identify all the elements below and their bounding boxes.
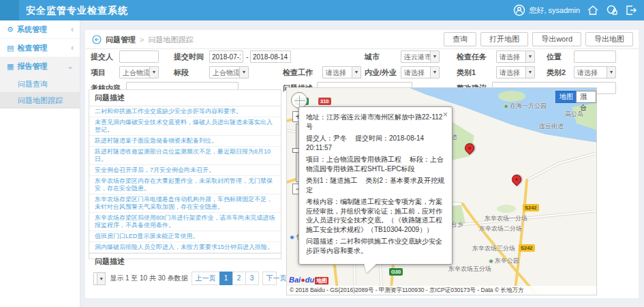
popup-project: 项目：上合物流园专用铁路工程 [306, 156, 401, 163]
position-input[interactable] [574, 50, 616, 63]
problem-list-header: 问题描述 [89, 90, 281, 106]
sidebar: ⚙系统管理 ‹ ▤检查管理 ‹ ▦报告管理 ⌄ 问题查询 问题地图跟踪 [0, 20, 80, 307]
home-icon[interactable] [587, 4, 599, 16]
map-label: 东辛农场二分场 [479, 224, 522, 233]
map-label: 东辛农场五分场 [448, 265, 491, 274]
in-out-select[interactable]: 请选择▼ [401, 66, 440, 78]
sidebar-item-system[interactable]: ⚙系统管理 ‹ [0, 20, 80, 39]
map-label: 在海一方公园 [504, 102, 547, 111]
query-button[interactable]: 查询 [444, 32, 476, 46]
cat2-select[interactable]: 请选择▼ [574, 66, 616, 78]
problem-link[interactable]: 跃进村隧道收敛监测部分点位监测频次不足，最近期日报为8月10日。 [89, 147, 281, 165]
popup-description: 问题描述：二衬和仰拱施工作业交底缺少安全步距等内容和要求。 [306, 237, 445, 255]
breadcrumb-section[interactable]: 问题管理 [106, 35, 136, 45]
app-header: 安全监管专业检查系统 您好, sysadmin [0, 0, 644, 20]
map-type-hybrid-button[interactable]: 混合 [576, 91, 596, 103]
user-greeting: 您好, sysadmin [513, 4, 580, 16]
greeting-text: 您好, sysadmin [529, 5, 580, 16]
problem-link[interactable]: 跃进村隧道掌子面应急储备物资未配备到位。 [89, 136, 281, 147]
sidebar-item-inspection[interactable]: ▤检查管理 ‹ [0, 39, 80, 57]
in-out-label: 内业/外业 [365, 66, 397, 78]
problem-list-footer: 问题描述 [89, 253, 281, 269]
section-select[interactable]: 上合物流▼ [209, 66, 249, 78]
sidebar-item-report[interactable]: ▦报告管理 ⌄ [0, 57, 80, 76]
sidebar-item-problem-map[interactable]: 问题地图跟踪 [0, 92, 80, 108]
chevron-down-icon: ⌄ [67, 57, 74, 76]
map-label: 东辛农场一分场 [485, 214, 527, 223]
problem-link[interactable]: 安全例会召开滞后，7月安全例会尚未召开。 [89, 165, 281, 176]
breadcrumb-separator: > [140, 35, 144, 44]
dropdown-arrow-icon: ▼ [97, 273, 105, 284]
problem-link[interactable]: 东辛农场存梁区拟使用80t门吊进行架梁作业，该吊车尚未完成进场报监程序，不具备使… [89, 213, 281, 231]
chevron-left-icon: ‹ [71, 39, 74, 57]
dropdown-arrow-icon: ▼ [430, 67, 439, 78]
popup-submitter: 提交人：尹冬 [306, 134, 347, 142]
popup-assessment: 考核内容：编制隧道工程安全专项方案，方案应经审批，并组织专家论证；施工前，应对作… [306, 197, 445, 234]
report-icon: ▦ [7, 62, 14, 70]
submitter-input[interactable] [119, 50, 159, 63]
sidebar-item-label: 检查管理 [17, 44, 47, 52]
work-select[interactable]: 请选择▼ [322, 66, 361, 78]
submit-time-label: 提交时间 [174, 50, 204, 63]
task-select[interactable]: 请选择▼ [496, 50, 535, 63]
project-label: 项目 [91, 66, 106, 78]
road-badge: G30 [389, 268, 403, 276]
road-badge: S242 [519, 244, 535, 252]
map-type-map-button[interactable]: 地图 [555, 91, 577, 103]
project-select[interactable]: 上合物流▼ [119, 66, 159, 78]
export-map-button[interactable]: 导出地图 [585, 32, 633, 46]
problem-list-panel: 问题描述 二衬和仰拱施工作业交底缺少安全步距等内容和要求。未查见洞内爆破安全技术… [89, 89, 281, 259]
pagination-bar: 10▼ 显示 1 至 10 共 30 条数据 上一页 123 下一页 [89, 269, 281, 287]
date-separator: - [246, 50, 249, 63]
page-root: { "colors": { "accent": "#41a0db", "pagi… [0, 0, 644, 307]
chevron-left-icon: ‹ [71, 20, 74, 39]
date-from-input[interactable] [209, 50, 243, 63]
map-label: 东辛公园 [489, 257, 519, 265]
problem-link[interactable]: 二衬和仰拱施工作业交底缺少安全步距等内容和要求。 [89, 106, 281, 117]
dropdown-arrow-icon: ▼ [149, 67, 158, 78]
section-label: 标段 [174, 66, 189, 78]
map-info-popup: × 地址：江苏省连云港市海州区解放中路22-112号 提交人：尹冬提交时间：20… [298, 106, 453, 265]
breadcrumb-page: 问题地图跟踪 [148, 35, 193, 45]
sidebar-item-problem-query[interactable]: 问题查询 [0, 76, 80, 92]
city-label: 城市 [365, 50, 380, 63]
open-map-button[interactable]: 打开地图 [480, 32, 528, 46]
work-label: 检查工作 [283, 66, 313, 78]
page-button[interactable]: 3 [245, 272, 259, 285]
date-to-input[interactable] [250, 50, 291, 63]
cat1-select[interactable]: 请选择▼ [496, 66, 535, 78]
close-icon[interactable]: × [443, 109, 448, 120]
problem-link[interactable]: 值班房门口LED显示屏未能正常使用。 [89, 231, 281, 242]
page-button[interactable]: 1 [219, 272, 233, 285]
gear-icon: ⚙ [7, 25, 14, 33]
road-badge: S242 [523, 204, 539, 211]
sidebar-item-label: 系统管理 [17, 25, 47, 33]
document-icon: ▤ [7, 44, 14, 52]
dropdown-arrow-icon: ▼ [525, 67, 534, 78]
city-select[interactable]: 连云港市▼ [401, 50, 440, 63]
dropdown-arrow-icon: ▼ [430, 51, 439, 62]
dropdown-arrow-icon: ▼ [607, 67, 615, 78]
dropdown-arrow-icon: ▼ [239, 67, 248, 78]
cat1-label: 类别1 [457, 66, 476, 78]
logout-icon[interactable] [625, 4, 637, 16]
problem-link[interactable]: 东辛农场存梁区内存在大量起重作业，未采取封闭管理，无门禁保安，存在安全隐患。 [89, 176, 281, 194]
sidebar-item-label: 报告管理 [17, 62, 47, 70]
road-badge: 310 [318, 98, 331, 105]
password-lock-icon[interactable] [606, 4, 618, 16]
page-button[interactable]: 2 [232, 272, 246, 285]
page-background [0, 298, 644, 307]
next-page-button[interactable]: 下一页 [262, 272, 277, 285]
prev-page-button[interactable]: 上一页 [191, 272, 220, 285]
problem-list: 二衬和仰拱施工作业交底缺少安全步距等内容和要求。未查见洞内爆破安全技术交底资料，… [89, 106, 281, 253]
app-title: 安全监管专业检查系统 [26, 0, 128, 20]
problem-link[interactable]: 洞内爆破后排险人员立即进入，未按方案要求15分钟后进入排险。 [89, 242, 281, 253]
problem-link[interactable]: 东辛农场存梁区门吊电缆卷盘传动机构外露，车挡标牌固定不足，未针对台风预警天气采取… [89, 194, 281, 213]
page-size-select[interactable]: 10▼ [93, 272, 106, 285]
cat2-label: 类别2 [547, 66, 566, 78]
export-word-button[interactable]: 导出word [532, 32, 581, 46]
breadcrumb: 问题管理 > 问题地图跟踪 [92, 30, 193, 49]
map-panel[interactable]: 在海一方公园高公岛连云街道云山街道新浦公园淮海工学院连云港市朝阳街道海州区桃花涧… [286, 87, 597, 295]
problem-link[interactable]: 未查见洞内爆破安全技术交底资料，爆破人员进出隧道未落实出入登记。 [89, 117, 281, 136]
pagination-info: 显示 1 至 10 共 30 条数据 [110, 274, 187, 283]
